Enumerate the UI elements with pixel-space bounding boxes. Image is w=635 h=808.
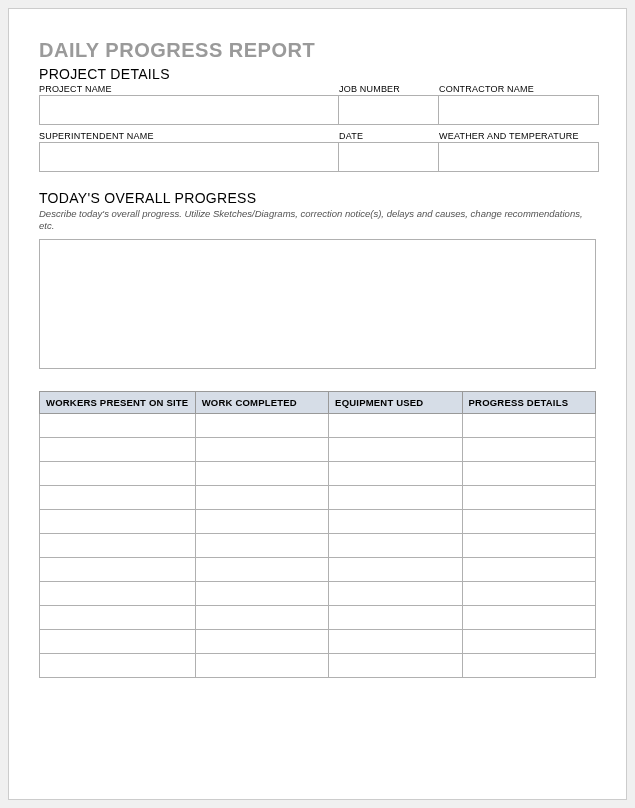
table-cell: [40, 485, 196, 509]
table-cell: [462, 605, 595, 629]
table-cell-input[interactable]: [200, 416, 324, 435]
table-cell-input[interactable]: [467, 608, 591, 627]
project-name-cell: PROJECT NAME: [39, 84, 339, 125]
progress-textarea[interactable]: [39, 239, 596, 369]
project-name-label: PROJECT NAME: [39, 84, 339, 94]
table-cell-input[interactable]: [44, 632, 191, 651]
table-cell-input[interactable]: [467, 632, 591, 651]
table-cell-input[interactable]: [467, 560, 591, 579]
table-row: [40, 557, 596, 581]
table-cell-input[interactable]: [467, 584, 591, 603]
table-cell-input[interactable]: [467, 536, 591, 555]
table-cell-input[interactable]: [44, 536, 191, 555]
table-cell: [329, 437, 462, 461]
contractor-name-input[interactable]: [439, 95, 599, 125]
table-row: [40, 485, 596, 509]
table-cell: [462, 557, 595, 581]
table-cell: [462, 437, 595, 461]
table-cell-input[interactable]: [44, 584, 191, 603]
table-cell-input[interactable]: [200, 536, 324, 555]
table-cell-input[interactable]: [44, 488, 191, 507]
table-cell-input[interactable]: [44, 560, 191, 579]
table-cell: [40, 653, 196, 677]
table-cell: [329, 605, 462, 629]
table-row: [40, 413, 596, 437]
table-cell-input[interactable]: [333, 656, 457, 675]
table-cell-input[interactable]: [333, 488, 457, 507]
table-cell-input[interactable]: [333, 560, 457, 579]
table-cell-input[interactable]: [467, 656, 591, 675]
table-cell-input[interactable]: [44, 440, 191, 459]
table-cell-input[interactable]: [333, 464, 457, 483]
table-cell-input[interactable]: [333, 416, 457, 435]
table-cell: [462, 485, 595, 509]
table-cell-input[interactable]: [467, 488, 591, 507]
table-cell-input[interactable]: [44, 608, 191, 627]
table-cell: [462, 509, 595, 533]
table-cell-input[interactable]: [467, 440, 591, 459]
table-cell: [195, 509, 328, 533]
weather-input[interactable]: [439, 142, 599, 172]
date-input[interactable]: [339, 142, 439, 172]
table-cell-input[interactable]: [333, 440, 457, 459]
table-cell: [329, 533, 462, 557]
progress-section: TODAY'S OVERALL PROGRESS Describe today'…: [39, 190, 596, 391]
table-cell-input[interactable]: [200, 632, 324, 651]
table-cell-input[interactable]: [333, 512, 457, 531]
table-cell-input[interactable]: [200, 512, 324, 531]
table-cell: [40, 629, 196, 653]
table-cell-input[interactable]: [200, 608, 324, 627]
col-equipment-used: EQUIPMENT USED: [329, 391, 462, 413]
workers-table: WORKERS PRESENT ON SITE WORK COMPLETED E…: [39, 391, 596, 678]
job-number-label: JOB NUMBER: [339, 84, 439, 94]
table-cell: [329, 557, 462, 581]
table-row: [40, 605, 596, 629]
table-cell-input[interactable]: [200, 488, 324, 507]
table-row: [40, 629, 596, 653]
table-cell: [329, 461, 462, 485]
table-cell-input[interactable]: [200, 464, 324, 483]
project-name-input[interactable]: [39, 95, 339, 125]
table-cell: [195, 413, 328, 437]
table-row: [40, 533, 596, 557]
table-cell-input[interactable]: [44, 416, 191, 435]
table-cell: [195, 605, 328, 629]
table-cell: [195, 557, 328, 581]
table-cell: [40, 557, 196, 581]
table-cell-input[interactable]: [44, 656, 191, 675]
table-cell-input[interactable]: [200, 584, 324, 603]
table-row: [40, 437, 596, 461]
table-cell-input[interactable]: [200, 656, 324, 675]
contractor-name-label: CONTRACTOR NAME: [439, 84, 599, 94]
table-cell: [195, 629, 328, 653]
superintendent-name-input[interactable]: [39, 142, 339, 172]
job-number-input[interactable]: [339, 95, 439, 125]
table-cell-input[interactable]: [333, 608, 457, 627]
date-label: DATE: [339, 131, 439, 141]
table-cell: [40, 605, 196, 629]
table-cell: [195, 653, 328, 677]
table-cell-input[interactable]: [333, 584, 457, 603]
col-progress-details: PROGRESS DETAILS: [462, 391, 595, 413]
table-cell: [329, 485, 462, 509]
table-cell-input[interactable]: [200, 560, 324, 579]
workers-table-head: WORKERS PRESENT ON SITE WORK COMPLETED E…: [40, 391, 596, 413]
table-cell-input[interactable]: [467, 416, 591, 435]
table-cell-input[interactable]: [333, 536, 457, 555]
table-cell-input[interactable]: [467, 512, 591, 531]
table-cell-input[interactable]: [467, 464, 591, 483]
table-cell: [462, 533, 595, 557]
table-cell-input[interactable]: [44, 464, 191, 483]
weather-label: WEATHER AND TEMPERATURE: [439, 131, 599, 141]
contractor-name-cell: CONTRACTOR NAME: [439, 84, 599, 125]
table-cell-input[interactable]: [200, 440, 324, 459]
table-cell-input[interactable]: [333, 632, 457, 651]
table-cell: [462, 581, 595, 605]
table-cell-input[interactable]: [44, 512, 191, 531]
date-cell: DATE: [339, 131, 439, 172]
table-cell: [40, 437, 196, 461]
superintendent-name-cell: SUPERINTENDENT NAME: [39, 131, 339, 172]
col-work-completed: WORK COMPLETED: [195, 391, 328, 413]
progress-heading: TODAY'S OVERALL PROGRESS: [39, 190, 596, 206]
table-cell: [40, 413, 196, 437]
